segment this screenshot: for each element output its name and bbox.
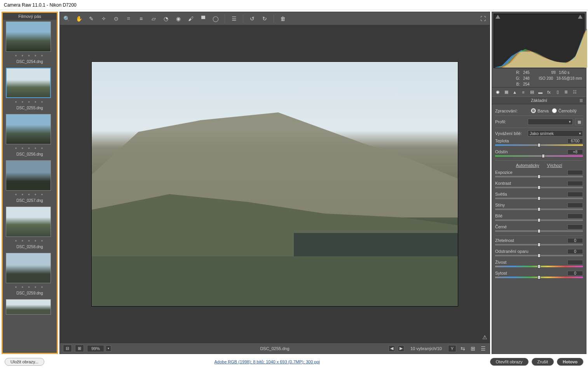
thumbnail[interactable]: • • • • •DSC_0254.dng bbox=[3, 20, 57, 66]
redeye-tool-icon[interactable]: ◉ bbox=[175, 15, 182, 22]
highlights-slider[interactable]: Světla bbox=[495, 192, 583, 199]
temperature-slider[interactable]: Teplota6700 bbox=[495, 138, 583, 146]
selection-count: 10 vybraných/10 bbox=[407, 345, 445, 352]
color-sampler-icon[interactable]: ✧ bbox=[100, 15, 107, 22]
tab-curve-icon[interactable]: ▦ bbox=[503, 89, 509, 95]
rotate-cw-icon[interactable]: ↻ bbox=[261, 15, 268, 22]
wb-dropdown[interactable]: Jako snímek bbox=[528, 130, 583, 137]
thumbnail[interactable] bbox=[3, 298, 57, 315]
adjustment-brush-icon[interactable]: 🖌 bbox=[187, 15, 194, 22]
whites-slider[interactable]: Bílé bbox=[495, 214, 583, 221]
processing-row: Zpracování: Barva Černobílý bbox=[495, 108, 583, 113]
current-filename: DSC_0255.dng bbox=[260, 346, 289, 351]
wb-row: Vyvážení bílé: Jako snímek bbox=[495, 130, 583, 137]
save-images-button[interactable]: Uložit obrazy... bbox=[5, 358, 44, 366]
tab-fx-icon[interactable]: fx bbox=[546, 89, 552, 95]
profile-row: Profil: ▦ bbox=[495, 118, 583, 125]
zoom-level[interactable]: 99% bbox=[87, 345, 104, 352]
menu-icon[interactable]: ☰ bbox=[480, 345, 487, 352]
hand-tool-icon[interactable]: ✋ bbox=[75, 15, 82, 22]
tab-split-icon[interactable]: ▤ bbox=[529, 89, 535, 95]
panel-title: Základní ☰ bbox=[492, 97, 586, 104]
radial-filter-icon[interactable]: ◯ bbox=[212, 15, 219, 22]
highlight-clip-icon[interactable] bbox=[578, 15, 583, 19]
tab-snapshots-icon[interactable]: ☷ bbox=[571, 89, 578, 95]
copy-settings-icon[interactable]: ⊞ bbox=[469, 345, 476, 352]
prev-image-icon[interactable]: ◀ bbox=[389, 345, 395, 352]
settings-panel: R:245 f/8 1/50 s G:248 ISO 200 18-55@18 … bbox=[492, 12, 586, 354]
shadow-clip-icon[interactable] bbox=[496, 15, 500, 19]
filmstrip-panel: Filmový pás • • • • •DSC_0254.dng • • • … bbox=[2, 12, 58, 354]
panel-tabs: ◉ ▦ ▲ ≡ ▤ ▬ fx ▯ ≣ ☷ bbox=[492, 87, 586, 97]
rgb-info: R:245 f/8 1/50 s bbox=[492, 70, 586, 75]
toolbar: 🔍 ✋ ✎ ✧ ⊙ ⌗ ≡ ▱ ◔ ◉ 🖌 ▀ ◯ ☰ ↺ ↻ 🗑 ⛶ bbox=[60, 12, 490, 25]
spot-removal-icon[interactable]: ◔ bbox=[162, 15, 169, 22]
thumbnail[interactable]: • • • • •DSC_0257.dng bbox=[3, 159, 57, 205]
thumbnail[interactable]: • • • • •DSC_0259.dng bbox=[3, 251, 57, 298]
default-link[interactable]: Výchozí bbox=[547, 163, 562, 168]
rgb-info: B:254 bbox=[492, 81, 586, 87]
filmstrip-body[interactable]: • • • • •DSC_0254.dng • • • • •DSC_0255.… bbox=[3, 20, 57, 353]
center-panel: 🔍 ✋ ✎ ✧ ⊙ ⌗ ≡ ▱ ◔ ◉ 🖌 ▀ ◯ ☰ ↺ ↻ 🗑 ⛶ bbox=[59, 12, 490, 354]
before-after-icon[interactable]: Y bbox=[448, 345, 456, 352]
tab-hsl-icon[interactable]: ≡ bbox=[520, 89, 527, 95]
tab-basic-icon[interactable]: ◉ bbox=[494, 89, 501, 95]
rotate-ccw-icon[interactable]: ↺ bbox=[249, 15, 256, 22]
fullscreen-icon[interactable]: ⛶ bbox=[480, 15, 487, 22]
svg-rect-3 bbox=[92, 256, 458, 306]
thumbnail[interactable]: • • • • •DSC_0256.dng bbox=[3, 112, 57, 159]
open-images-button[interactable]: Otevřít obrazy bbox=[490, 358, 529, 366]
preview-area[interactable]: ⚠ bbox=[60, 25, 490, 343]
auto-link[interactable]: Automaticky bbox=[516, 163, 539, 168]
profile-browser-icon[interactable]: ▦ bbox=[575, 118, 583, 125]
delete-icon[interactable]: 🗑 bbox=[279, 15, 286, 22]
thumbnail[interactable]: • • • • •DSC_0258.dng bbox=[3, 205, 57, 251]
exposure-slider[interactable]: Expozice bbox=[495, 170, 583, 177]
expand-icon[interactable]: ⊞ bbox=[75, 345, 84, 352]
transform-tool-icon[interactable]: ▱ bbox=[150, 15, 157, 22]
filmstrip-header: Filmový pás bbox=[3, 13, 57, 20]
warning-icon[interactable]: ⚠ bbox=[482, 334, 487, 340]
bw-radio[interactable]: Černobílý bbox=[552, 108, 577, 113]
preview-image bbox=[92, 62, 458, 306]
done-button[interactable]: Hotovo bbox=[557, 358, 583, 366]
vibrance-slider[interactable]: Živost bbox=[495, 260, 583, 267]
target-adjust-icon[interactable]: ⊙ bbox=[113, 15, 120, 22]
workflow-link[interactable]: Adobe RGB (1998); 8 bitů; 1040 x 693 (0.… bbox=[47, 359, 487, 364]
profile-dropdown[interactable] bbox=[528, 119, 573, 125]
wb-eyedropper-icon[interactable]: ✎ bbox=[88, 15, 95, 22]
shadows-slider[interactable]: Stíny bbox=[495, 203, 583, 210]
shrink-icon[interactable]: ⊟ bbox=[63, 345, 72, 352]
graduated-filter-icon[interactable]: ▀ bbox=[200, 15, 207, 22]
cancel-button[interactable]: Zrušit bbox=[532, 358, 554, 366]
window-title: Camera Raw 11.0.1 - Nikon D7200 bbox=[4, 2, 77, 8]
tint-slider[interactable]: Odstín+8 bbox=[495, 149, 583, 157]
tab-detail-icon[interactable]: ▲ bbox=[511, 89, 518, 95]
tab-calib-icon[interactable]: ▯ bbox=[554, 89, 561, 95]
title-bar: Camera Raw 11.0.1 - Nikon D7200 bbox=[0, 0, 588, 10]
svg-marker-8 bbox=[504, 29, 587, 68]
zoom-tool-icon[interactable]: 🔍 bbox=[63, 15, 70, 22]
histogram[interactable] bbox=[494, 14, 585, 68]
swap-icon[interactable]: ⇆ bbox=[459, 345, 466, 352]
status-bar: ⊟ ⊞ 99% ▾ DSC_0255.dng ◀ ▶ 10 vybraných/… bbox=[60, 343, 490, 354]
footer: Uložit obrazy... Adobe RGB (1998); 8 bit… bbox=[0, 356, 588, 368]
thumbnail[interactable]: • • • • •DSC_0255.dng bbox=[3, 66, 57, 112]
clarity-slider[interactable]: Zřetelnost0 bbox=[495, 238, 583, 245]
saturation-slider[interactable]: Sytost0 bbox=[495, 271, 583, 278]
rgb-info: G:248 ISO 200 18-55@18 mm bbox=[492, 75, 586, 81]
tab-presets-icon[interactable]: ≣ bbox=[563, 89, 569, 95]
zoom-dropdown-icon[interactable]: ▾ bbox=[106, 345, 111, 352]
tab-lens-icon[interactable]: ▬ bbox=[537, 89, 544, 95]
straighten-tool-icon[interactable]: ≡ bbox=[138, 15, 145, 22]
crop-tool-icon[interactable]: ⌗ bbox=[125, 15, 132, 22]
contrast-slider[interactable]: Kontrast bbox=[495, 181, 583, 188]
preferences-icon[interactable]: ☰ bbox=[230, 15, 237, 22]
color-radio[interactable]: Barva bbox=[531, 108, 549, 113]
panel-menu-icon[interactable]: ☰ bbox=[579, 98, 583, 103]
blacks-slider[interactable]: Černé bbox=[495, 224, 583, 232]
dehaze-slider[interactable]: Odstranění oparu0 bbox=[495, 249, 583, 256]
next-image-icon[interactable]: ▶ bbox=[398, 345, 404, 352]
